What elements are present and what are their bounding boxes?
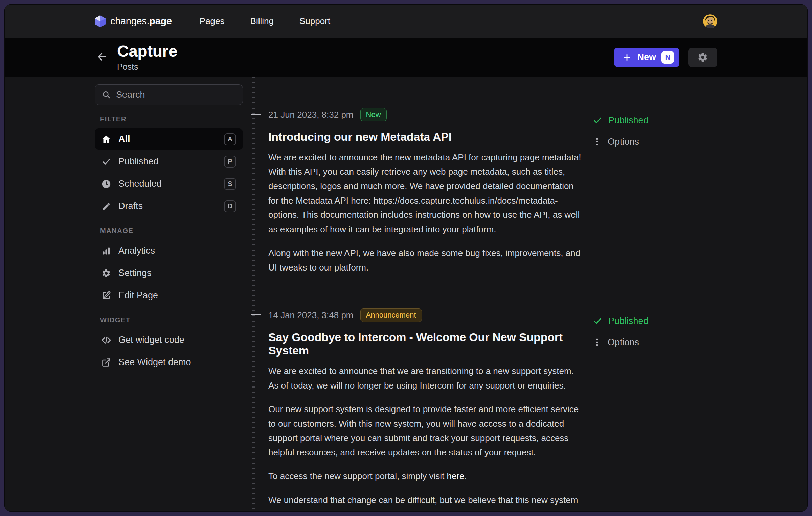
post-body: We are excited to announce the new metad… [268,150,585,275]
sidebar-item-analytics[interactable]: Analytics [95,240,243,261]
shortcut-badge-p: P [224,156,236,168]
nav-links: Pages Billing Support [200,16,330,26]
back-button[interactable] [95,49,110,65]
nav-link-billing[interactable]: Billing [250,16,274,26]
timeline-rail [252,77,255,511]
post-support-system: 14 Jan 2023, 3:48 pm Announcement Say Go… [268,308,717,511]
code-icon [102,335,111,345]
sidebar-item-label: Analytics [118,245,155,256]
check-icon [593,116,602,125]
post-date: 21 Jun 2023, 8:32 pm [268,110,354,120]
nav-link-pages[interactable]: Pages [200,16,225,26]
search-input[interactable] [116,90,236,100]
page-header: Capture Posts New N [5,38,807,77]
brand-name: changes.page [110,16,172,27]
sidebar-item-label: Settings [118,268,152,278]
sidebar-item-label: Scheduled [118,179,162,189]
post-paragraph: We are excited to announce that we are t… [268,364,585,393]
avatar[interactable] [703,14,717,28]
check-icon [102,157,111,166]
cube-logo-icon [95,15,106,27]
post-options-button[interactable]: Options [593,136,649,147]
support-portal-link[interactable]: here [447,471,464,481]
sidebar-item-settings[interactable]: Settings [95,262,243,284]
sidebar-item-published[interactable]: Published P [95,151,243,172]
post-list: 21 Jun 2023, 8:32 pm New Introducing our… [268,77,717,511]
search-icon [102,90,111,99]
post-paragraph: We are excited to announce the new metad… [268,150,585,236]
sidebar-item-label: Get widget code [118,335,184,345]
post-body: We are excited to announce that we are t… [268,364,585,511]
home-icon [102,135,111,144]
sidebar-item-label: Drafts [118,201,143,211]
post-paragraph: Our new support system is designed to pr… [268,402,585,460]
sidebar-item-get-widget-code[interactable]: Get widget code [95,329,243,351]
app-window: changes.page Pages Billing Support [4,4,808,512]
sidebar-item-all[interactable]: All A [95,128,243,150]
section-label-filter: FILTER [100,115,243,123]
sidebar-item-label: See Widget demo [118,357,191,368]
sidebar-item-label: Published [118,156,159,167]
post-meta: 21 Jun 2023, 8:32 pm New [268,108,717,121]
page-settings-button[interactable] [688,48,717,67]
sidebar-item-scheduled[interactable]: Scheduled S [95,173,243,194]
post-options-button[interactable]: Options [593,336,649,348]
brand[interactable]: changes.page [95,15,172,27]
search-box[interactable] [95,84,243,105]
post-status-published: Published [593,315,649,327]
sidebar: FILTER All A [95,84,243,374]
post-status-published: Published [593,115,649,126]
content-area: FILTER All A [5,77,807,511]
page-title: Capture [117,43,177,60]
clock-icon [102,179,111,189]
new-button-label: New [637,52,656,63]
check-icon [593,316,602,326]
post-status-column: Published Options [593,115,649,147]
post-status-column: Published Options [593,315,649,348]
post-paragraph: To access the new support portal, simply… [268,469,585,484]
post-date: 14 Jan 2023, 3:48 pm [268,310,354,321]
section-label-widget: WIDGET [100,316,243,324]
top-nav: changes.page Pages Billing Support [5,5,807,38]
browser-frame: changes.page Pages Billing Support [0,0,812,516]
shortcut-badge-d: D [224,200,236,212]
kebab-dots-icon [593,137,602,146]
sidebar-item-edit-page[interactable]: Edit Page [95,285,243,306]
post-tag-badge: Announcement [360,308,422,322]
sidebar-item-label: Edit Page [118,290,158,301]
kebab-dots-icon [593,338,602,347]
shortcut-badge-n: N [661,51,674,64]
post-paragraph: Along with the new API, we have also mad… [268,246,585,275]
page-subtitle: Posts [117,62,177,72]
back-arrow-icon [96,51,108,64]
post-meta: 14 Jan 2023, 3:48 pm Announcement [268,308,717,322]
sidebar-item-label: All [118,134,130,144]
post-paragraph: We understand that change can be difficu… [268,493,585,512]
post-tag-badge: New [360,108,387,121]
pencil-icon [102,202,111,211]
shortcut-badge-s: S [224,178,236,190]
edit-page-icon [102,291,111,300]
nav-link-support[interactable]: Support [299,16,330,26]
new-post-button[interactable]: New N [614,48,679,67]
post-metadata-api: 21 Jun 2023, 8:32 pm New Introducing our… [268,108,717,275]
gear-icon [697,52,708,63]
bar-chart-icon [102,246,111,256]
shortcut-badge-a: A [224,133,236,145]
section-label-manage: MANAGE [100,227,243,235]
plus-icon [622,53,632,62]
sidebar-item-drafts[interactable]: Drafts D [95,195,243,217]
gear-icon [102,268,111,278]
post-title[interactable]: Introducing our new Metadata API [268,130,585,143]
external-link-icon [102,358,111,367]
sidebar-item-see-widget-demo[interactable]: See Widget demo [95,352,243,373]
post-title[interactable]: Say Goodbye to Intercom - Welcome Our Ne… [268,331,585,357]
